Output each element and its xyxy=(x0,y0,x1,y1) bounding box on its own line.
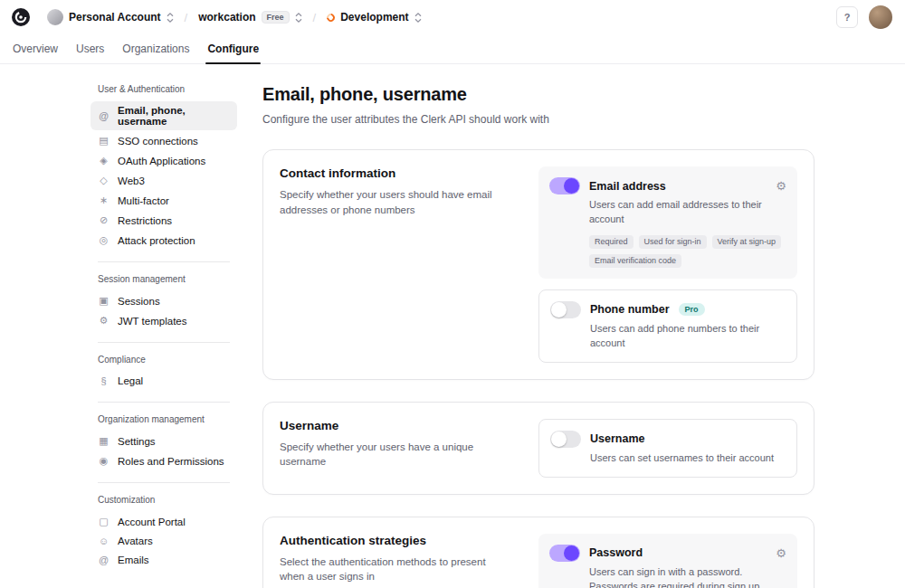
sidebar-item-label: OAuth Applications xyxy=(118,156,205,166)
plan-badge: Free xyxy=(262,11,290,24)
setting-title: Phone number xyxy=(590,303,670,316)
clerk-logo-icon[interactable] xyxy=(11,7,31,27)
username-toggle[interactable] xyxy=(550,431,581,448)
sidebar-item-email-phone-username[interactable]: @ Email, phone, username xyxy=(90,101,237,130)
card-description: Specify whether your users have a unique… xyxy=(280,440,513,469)
sidebar-item-label: Roles and Permissions xyxy=(118,456,224,467)
sidebar-divider xyxy=(98,482,230,483)
card-username: Username Specify whether your users have… xyxy=(262,402,814,495)
tab-organizations[interactable]: Organizations xyxy=(115,34,196,63)
attribute-badge: Email verification code xyxy=(589,254,681,268)
roles-icon: ◉ xyxy=(98,455,110,467)
tab-bar: Overview Users Organizations Configure xyxy=(0,34,905,64)
pro-badge: Pro xyxy=(679,303,705,316)
sessions-icon: ▣ xyxy=(98,295,110,307)
page-subtitle: Configure the user attributes the Clerk … xyxy=(262,113,814,126)
sidebar-item-sessions[interactable]: ▣ Sessions xyxy=(90,291,237,310)
web3-icon: ◇ xyxy=(98,175,110,186)
attribute-badge: Verify at sign-up xyxy=(712,235,782,249)
legal-icon: § xyxy=(98,375,110,386)
gear-icon: ⚙ xyxy=(98,315,110,327)
sidebar-item-sso-connections[interactable]: ▤ SSO connections xyxy=(90,131,237,150)
sidebar-item-label: Email, phone, username xyxy=(118,105,230,127)
sidebar-item-label: Web3 xyxy=(118,175,145,186)
card-title: Username xyxy=(280,419,513,432)
attribute-badge: Required xyxy=(589,235,634,249)
toggle-knob xyxy=(564,178,579,194)
breadcrumb-separator: / xyxy=(313,11,317,24)
sidebar-divider xyxy=(98,402,230,403)
sidebar-section-title: Compliance xyxy=(98,355,237,365)
sidebar-item-avatars[interactable]: ☺ Avatars xyxy=(90,532,237,550)
chevron-updown-icon xyxy=(295,12,302,24)
sidebar-item-roles-and-permissions[interactable]: ◉ Roles and Permissions xyxy=(90,451,237,470)
toggle-knob xyxy=(564,545,579,561)
shield-icon: ◎ xyxy=(98,234,110,246)
sidebar-item-legal[interactable]: § Legal xyxy=(90,372,237,390)
sidebar-item-oauth-applications[interactable]: ◈ OAuth Applications xyxy=(90,151,237,170)
sidebar-item-account-portal[interactable]: ▢ Account Portal xyxy=(90,512,237,531)
sso-connections-icon: ▤ xyxy=(98,135,110,147)
tab-overview[interactable]: Overview xyxy=(5,34,65,63)
user-avatar[interactable] xyxy=(869,5,892,29)
card-authentication-strategies: Authentication strategies Select the aut… xyxy=(262,517,814,588)
email-icon: @ xyxy=(98,555,110,565)
password-toggle[interactable] xyxy=(549,545,580,562)
phone-number-setting: Phone number Pro Users can add phone num… xyxy=(538,289,797,363)
oauth-icon: ◈ xyxy=(98,155,110,166)
setting-description: Users can add phone numbers to their acc… xyxy=(590,322,786,351)
workspace-name: workcation xyxy=(198,11,255,24)
sidebar-item-label: Attack protection xyxy=(118,235,195,246)
portal-icon: ▢ xyxy=(98,516,110,527)
page-title: Email, phone, username xyxy=(262,84,814,105)
sidebar-item-restrictions[interactable]: ⊘ Restrictions xyxy=(90,211,237,230)
breadcrumb-separator: / xyxy=(185,11,188,24)
account-switcher[interactable]: Personal Account xyxy=(43,6,177,28)
setting-title: Email address xyxy=(589,180,666,193)
phone-number-toggle[interactable] xyxy=(550,301,581,318)
sidebar-item-jwt-templates[interactable]: ⚙ JWT templates xyxy=(90,311,237,330)
toggle-knob xyxy=(551,302,567,318)
card-description: Select the authentication methods to pre… xyxy=(280,555,513,584)
sidebar-item-label: JWT templates xyxy=(118,316,186,327)
avatars-icon: ☺ xyxy=(98,536,110,546)
sidebar-item-label: Emails xyxy=(118,555,149,565)
sidebar-section-title: User & Authentication xyxy=(98,84,237,94)
sidebar-section-title: Customization xyxy=(98,495,237,505)
environment-switcher[interactable]: Development xyxy=(323,8,424,26)
sidebar-section-title: Organization management xyxy=(98,414,237,424)
sidebar-item-label: Legal xyxy=(118,375,143,386)
help-button[interactable]: ? xyxy=(836,6,858,28)
sidebar-item-emails[interactable]: @ Emails xyxy=(90,551,237,569)
at-icon: @ xyxy=(98,110,110,121)
setting-description: Users can set usernames to their account xyxy=(590,451,786,466)
sidebar-item-web3[interactable]: ◇ Web3 xyxy=(90,171,237,190)
gear-icon[interactable]: ⚙ xyxy=(776,547,786,559)
sidebar-divider xyxy=(98,342,230,343)
environment-name: Development xyxy=(340,11,408,24)
card-title: Contact information xyxy=(280,166,513,180)
email-address-toggle[interactable] xyxy=(549,177,580,194)
sidebar-item-label: Avatars xyxy=(118,536,153,546)
sidebar-item-label: Sessions xyxy=(118,296,160,307)
sidebar-item-settings[interactable]: ▦ Settings xyxy=(90,432,237,450)
sidebar-item-multi-factor[interactable]: ∗ Multi-factor xyxy=(90,191,237,210)
email-address-setting: Email address ⚙ Users can add email addr… xyxy=(538,166,797,279)
sidebar-item-label: Account Portal xyxy=(118,517,186,527)
main-content: Email, phone, username Configure the use… xyxy=(262,84,814,588)
sidebar-item-attack-protection[interactable]: ◎ Attack protection xyxy=(90,231,237,250)
settings-icon: ▦ xyxy=(98,435,110,447)
sidebar-item-label: Multi-factor xyxy=(118,195,169,206)
multi-factor-icon: ∗ xyxy=(98,194,110,206)
sidebar-item-label: SSO connections xyxy=(118,136,198,147)
sidebar-item-label: Restrictions xyxy=(118,215,172,226)
chevron-updown-icon xyxy=(414,12,422,24)
workspace-switcher[interactable]: workcation Free xyxy=(195,8,305,26)
password-setting: Password ⚙ Users can sign in with a pass… xyxy=(538,534,797,588)
tab-users[interactable]: Users xyxy=(69,34,111,63)
setting-description: Users can add email addresses to their a… xyxy=(589,198,786,227)
setting-title: Username xyxy=(590,432,644,445)
setting-title: Password xyxy=(589,546,643,559)
tab-configure[interactable]: Configure xyxy=(200,34,266,63)
gear-icon[interactable]: ⚙ xyxy=(776,180,786,192)
